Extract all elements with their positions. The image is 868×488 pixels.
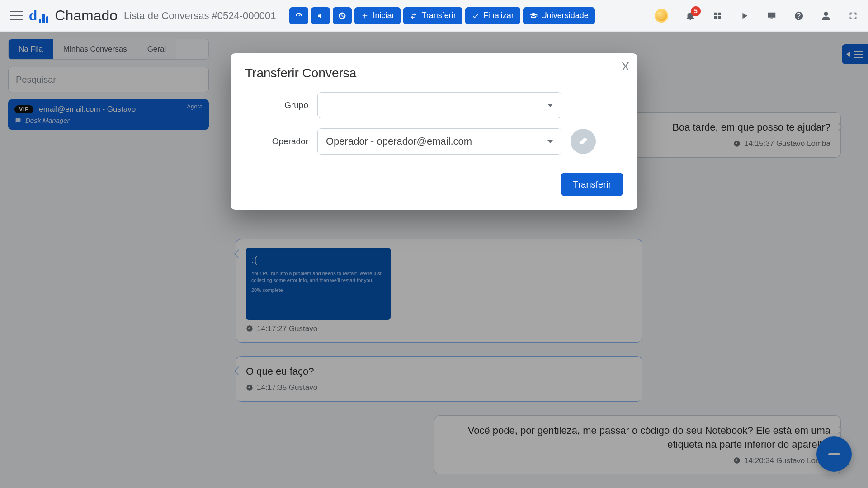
- monitor-button[interactable]: [767, 11, 777, 21]
- volume-icon: [316, 12, 325, 20]
- group-select[interactable]: [317, 92, 561, 118]
- finish-button[interactable]: Finalizar: [465, 7, 520, 24]
- check-icon: [472, 12, 480, 20]
- app-logo: d: [29, 8, 48, 23]
- breadcrumb: Lista de Conversas #0524-000001: [124, 10, 276, 22]
- topbar: d Chamado Lista de Conversas #0524-00000…: [0, 0, 868, 32]
- dashboard-button[interactable]: [289, 7, 308, 24]
- fullscreen-button[interactable]: [848, 11, 858, 21]
- form-row-group: Grupo: [245, 92, 623, 118]
- grid-icon: [712, 11, 722, 21]
- operator-select[interactable]: Operador - operador@email.com: [317, 128, 561, 155]
- transfer-icon: [410, 12, 418, 20]
- transfer-modal: X Transferir Conversa Grupo Operador Ope…: [231, 53, 637, 210]
- notifications-button[interactable]: 5: [685, 11, 695, 21]
- form-row-operator: Operador Operador - operador@email.com: [245, 128, 623, 155]
- page-title: Chamado: [55, 7, 118, 24]
- group-label: Grupo: [245, 100, 308, 110]
- gauge-icon: [295, 12, 303, 20]
- modal-title: Transferir Conversa: [245, 66, 623, 80]
- notification-badge: 5: [691, 6, 701, 16]
- modal-transfer-button[interactable]: Transferir: [561, 173, 623, 196]
- start-button[interactable]: Iniciar: [354, 7, 401, 24]
- play-button[interactable]: [740, 11, 750, 21]
- operator-label: Operador: [245, 136, 308, 146]
- user-icon: [821, 11, 831, 21]
- plus-icon: [361, 12, 369, 20]
- monitor-icon: [767, 11, 777, 21]
- menu-hamburger[interactable]: [10, 11, 23, 20]
- eraser-icon: [578, 136, 589, 147]
- expand-icon: [848, 11, 858, 21]
- graduation-cap-icon: [529, 12, 538, 20]
- operator-selected-value: Operador - operador@email.com: [326, 136, 472, 147]
- action-toolbar: Iniciar Transferir Finalizar Universidad…: [289, 7, 594, 24]
- user-button[interactable]: [821, 11, 831, 21]
- utility-icons: 5: [655, 9, 858, 23]
- transfer-label: Transferir: [421, 11, 456, 20]
- coin-icon: [655, 9, 668, 23]
- transfer-button[interactable]: Transferir: [403, 7, 462, 24]
- help-button[interactable]: [794, 11, 804, 21]
- help-icon: [794, 11, 804, 21]
- start-label: Iniciar: [373, 11, 394, 20]
- university-button[interactable]: Universidade: [523, 7, 595, 24]
- sound-button[interactable]: [311, 7, 330, 24]
- apps-button[interactable]: [712, 11, 722, 21]
- chevron-down-icon: [547, 140, 553, 143]
- chevron-down-icon: [547, 104, 553, 107]
- content-area: Na Fila Minhas Conversas Geral Agora VIP…: [0, 32, 868, 488]
- coins-indicator[interactable]: [655, 9, 668, 23]
- block-icon: [338, 12, 346, 20]
- finish-label: Finalizar: [483, 11, 514, 20]
- modal-close-button[interactable]: X: [622, 60, 629, 74]
- block-button[interactable]: [333, 7, 352, 24]
- university-label: Universidade: [541, 11, 589, 20]
- clear-operator-button[interactable]: [571, 129, 596, 154]
- play-icon: [740, 11, 750, 21]
